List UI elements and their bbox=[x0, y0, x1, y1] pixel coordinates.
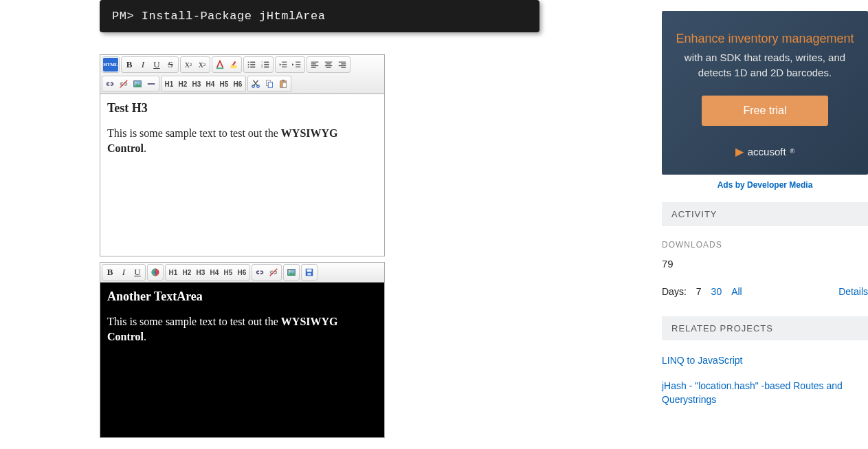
ad-cta-button[interactable]: Free trial bbox=[702, 96, 827, 126]
svg-point-49 bbox=[289, 270, 290, 272]
svg-rect-5 bbox=[250, 62, 255, 63]
svg-rect-14 bbox=[282, 62, 287, 63]
bold-button[interactable]: B bbox=[103, 265, 117, 279]
subscript-button[interactable]: X2 bbox=[181, 58, 195, 72]
align-right-button[interactable] bbox=[335, 58, 349, 72]
unordered-list-button[interactable] bbox=[245, 58, 258, 72]
svg-rect-28 bbox=[339, 62, 346, 63]
editor-dark-tail: . bbox=[144, 331, 146, 342]
svg-rect-1 bbox=[231, 65, 237, 68]
ads-by-link[interactable]: Ads by Developer Media bbox=[662, 180, 868, 190]
editor-light-content[interactable]: Test H3 This is some sample text to test… bbox=[100, 94, 384, 256]
svg-point-2 bbox=[248, 61, 249, 63]
forecolor-button[interactable] bbox=[148, 265, 162, 279]
ad-brand-name: accusoft bbox=[748, 146, 786, 157]
downloads-count: 79 bbox=[662, 258, 868, 270]
html-source-button[interactable]: HTML bbox=[103, 58, 118, 72]
svg-rect-44 bbox=[282, 83, 286, 87]
editor-dark: B I U H1 H2 H3 H4 H5 H6 bbox=[100, 262, 385, 438]
outdent-button[interactable] bbox=[276, 58, 290, 72]
h6-button[interactable]: H6 bbox=[231, 77, 245, 91]
h3-button[interactable]: H3 bbox=[194, 265, 208, 279]
days-filter-row: Days: 7 30 All Details bbox=[662, 286, 868, 297]
editor-light-toolbar: HTML B I U S X2 X2 123 bbox=[100, 55, 384, 94]
align-center-button[interactable] bbox=[322, 58, 335, 72]
related-link[interactable]: LINQ to JavaScript bbox=[662, 354, 868, 368]
h2-button[interactable]: H2 bbox=[180, 265, 194, 279]
h5-button[interactable]: H5 bbox=[217, 77, 231, 91]
h1-button[interactable]: H1 bbox=[166, 265, 180, 279]
svg-point-34 bbox=[135, 82, 136, 83]
unlink-button[interactable] bbox=[117, 77, 131, 91]
hr-button[interactable] bbox=[144, 77, 158, 91]
svg-rect-35 bbox=[148, 83, 155, 85]
bold-button[interactable]: B bbox=[122, 58, 136, 72]
svg-rect-25 bbox=[326, 63, 331, 64]
svg-rect-21 bbox=[311, 63, 316, 64]
days-7[interactable]: 7 bbox=[696, 286, 702, 297]
underline-button[interactable]: U bbox=[150, 58, 164, 72]
h2-button[interactable]: H2 bbox=[176, 77, 190, 91]
h1-button[interactable]: H1 bbox=[162, 77, 176, 91]
h6-button[interactable]: H6 bbox=[235, 265, 249, 279]
unlink-button[interactable] bbox=[267, 265, 280, 279]
days-30[interactable]: 30 bbox=[711, 286, 722, 297]
svg-rect-13 bbox=[264, 67, 269, 68]
editor-dark-text: This is some sample text to test out the bbox=[107, 316, 281, 327]
editor-light-paragraph: This is some sample text to test out the… bbox=[107, 126, 377, 155]
image-button[interactable] bbox=[131, 77, 144, 91]
svg-rect-20 bbox=[311, 62, 319, 63]
svg-rect-31 bbox=[341, 67, 346, 68]
svg-rect-12 bbox=[264, 64, 269, 65]
svg-rect-51 bbox=[307, 270, 312, 272]
svg-rect-30 bbox=[339, 65, 346, 66]
details-link[interactable]: Details bbox=[838, 286, 868, 297]
copy-button[interactable] bbox=[263, 77, 276, 91]
link-button[interactable] bbox=[103, 77, 117, 91]
svg-rect-6 bbox=[250, 64, 255, 65]
related-link[interactable]: jHash - "location.hash" -based Routes an… bbox=[662, 380, 868, 406]
sidebar-ad[interactable]: Enhance inventory management with an SDK… bbox=[662, 11, 868, 175]
h4-button[interactable]: H4 bbox=[208, 265, 221, 279]
forecolor-button[interactable] bbox=[213, 58, 227, 72]
svg-rect-43 bbox=[282, 80, 285, 82]
svg-rect-7 bbox=[250, 67, 255, 68]
svg-rect-29 bbox=[341, 63, 346, 64]
days-label: Days: bbox=[662, 286, 687, 297]
cut-button[interactable] bbox=[249, 77, 263, 91]
install-command-terminal: PM> Install-Package jHtmlArea bbox=[100, 0, 539, 32]
brand-logo-icon: ▶ bbox=[735, 145, 744, 158]
h4-button[interactable]: H4 bbox=[203, 77, 217, 91]
highlight-button[interactable] bbox=[227, 58, 241, 72]
ad-subtext: with an SDK that reads, writes, and dete… bbox=[676, 50, 854, 80]
editor-dark-content[interactable]: Another TextArea This is some sample tex… bbox=[100, 283, 384, 437]
indent-button[interactable] bbox=[290, 58, 304, 72]
h5-button[interactable]: H5 bbox=[221, 265, 235, 279]
svg-rect-52 bbox=[307, 273, 311, 276]
ad-brand-mark: ® bbox=[790, 148, 795, 155]
italic-button[interactable]: I bbox=[136, 58, 150, 72]
superscript-button[interactable]: X2 bbox=[195, 58, 209, 72]
svg-rect-19 bbox=[296, 67, 300, 67]
svg-point-4 bbox=[248, 66, 249, 67]
paste-button[interactable] bbox=[276, 77, 290, 91]
editor-dark-paragraph: This is some sample text to test out the… bbox=[107, 314, 377, 344]
svg-rect-11 bbox=[264, 62, 269, 63]
editor-light-text: This is some sample text to test out the bbox=[107, 127, 281, 139]
strike-button[interactable]: S bbox=[164, 58, 177, 72]
svg-rect-17 bbox=[296, 62, 300, 63]
image-button[interactable] bbox=[285, 265, 298, 279]
svg-rect-16 bbox=[282, 67, 287, 67]
related-header: RELATED PROJECTS bbox=[662, 316, 868, 340]
ordered-list-button[interactable]: 123 bbox=[258, 58, 272, 72]
terminal-text: PM> Install-Package jHtmlArea bbox=[112, 10, 325, 23]
days-all[interactable]: All bbox=[731, 286, 742, 297]
italic-button[interactable]: I bbox=[117, 265, 131, 279]
svg-rect-24 bbox=[325, 62, 333, 63]
align-left-button[interactable] bbox=[308, 58, 322, 72]
link-button[interactable] bbox=[253, 265, 267, 279]
underline-button[interactable]: U bbox=[131, 265, 144, 279]
editor-light-tail: . bbox=[144, 142, 146, 154]
h3-button[interactable]: H3 bbox=[190, 77, 203, 91]
save-button[interactable] bbox=[302, 265, 316, 279]
